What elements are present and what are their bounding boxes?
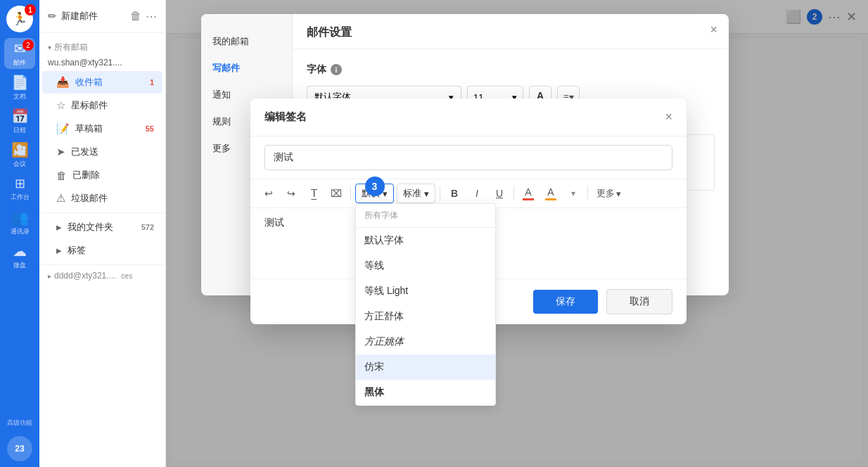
cancel-signature-button[interactable]: 取消 <box>606 289 672 314</box>
font-option-heiti[interactable]: 黑体 <box>356 380 495 405</box>
deleted-icon: 🗑 <box>56 169 67 181</box>
sidebar-calendar-label: 日程 <box>13 126 26 135</box>
sidebar-workspace-label: 工作台 <box>11 193 30 202</box>
calendar-icon: 📅 <box>11 108 29 124</box>
edit-sig-toolbar: ↩ ↪ T̲ ⌧ 3 默认 ▾ 所有字体 默认字体 等线 等线 Light 方正… <box>250 179 687 208</box>
nav-divider-2 <box>39 264 165 265</box>
icon-sidebar: 🏃 1 ✉ 邮件 2 📄 文档 📅 日程 🎦 会议 ⊞ 工作台 👥 通讯录 ☁ … <box>0 0 39 467</box>
account2-header[interactable]: ▸ dddd@xty321.... ces <box>39 268 165 283</box>
italic-button[interactable]: I <box>467 184 487 203</box>
sent-label: 已发送 <box>71 146 98 158</box>
format-text-button[interactable]: T̲ <box>304 184 324 203</box>
user-bottom-avatar[interactable]: 23 <box>7 436 32 461</box>
more-label: 更多 <box>596 187 615 200</box>
font-option-fangsong[interactable]: 仿宋 <box>356 354 495 380</box>
settings-nav-mymailbox[interactable]: 我的邮箱 <box>201 28 292 55</box>
more-btn-chevron[interactable]: ▾ <box>563 184 583 203</box>
trash-label: 垃圾邮件 <box>71 192 108 205</box>
bold-button[interactable]: B <box>445 184 464 203</box>
sidebar-item-contacts[interactable]: 👥 通讯录 <box>4 207 35 238</box>
advanced-label: 高级功能 <box>7 419 32 428</box>
settings-nav-compose[interactable]: 写邮件 <box>201 55 292 82</box>
font-color-a: A <box>525 186 531 198</box>
font-dropdown-menu: 所有字体 默认字体 等线 等线 Light 方正舒体 方正姚体 仿宋 黑体 <box>355 203 496 406</box>
yellow-underline <box>545 198 556 200</box>
drafts-count: 55 <box>146 124 154 133</box>
clear-format-button[interactable]: ⌧ <box>326 184 346 203</box>
chevron-down-icon: ▾ <box>48 44 51 51</box>
all-mailbox-label: 所有邮箱 <box>54 41 88 53</box>
trash-icon: ⚠ <box>56 192 65 205</box>
sidebar-item-calendar[interactable]: 📅 日程 <box>4 105 35 136</box>
font-option-dengxian-light[interactable]: 等线 Light <box>356 279 495 304</box>
trash-item[interactable]: ⚠ 垃圾邮件 <box>42 187 162 210</box>
sidebar-item-doc[interactable]: 📄 文档 <box>4 72 35 103</box>
chevron-down-icon-2: ▸ <box>48 272 51 280</box>
signature-content-text: 测试 <box>264 217 284 228</box>
my-folders-item[interactable]: ▸ 我的文件夹 572 <box>42 216 162 238</box>
starred-item[interactable]: ☆ 星标邮件 <box>42 94 162 117</box>
meeting-icon: 🎦 <box>11 141 29 158</box>
sidebar-item-cloud[interactable]: ☁ 微盘 <box>4 241 35 271</box>
mailbox-section: ▾ 所有邮箱 wu.shan@xty321.... 📥 收件箱 1 ☆ 星标邮件… <box>39 33 165 289</box>
tags-label: 标签 <box>68 244 86 257</box>
undo-button[interactable]: ↩ <box>259 184 279 203</box>
sidebar-doc-label: 文档 <box>13 92 26 101</box>
font-color-button[interactable]: A <box>518 184 538 203</box>
font-dropdown-header: 所有字体 <box>356 204 495 228</box>
font-dropdown-wrapper: 3 默认 ▾ 所有字体 默认字体 等线 等线 Light 方正舒体 方正姚体 仿… <box>355 184 394 203</box>
edit-sig-close-button[interactable]: × <box>665 110 672 124</box>
inbox-count: 1 <box>150 78 154 87</box>
red-underline <box>523 198 534 200</box>
avatar-badge: 1 <box>25 4 36 15</box>
edit-signature-modal: 编辑签名 × ↩ ↪ T̲ ⌧ 3 默认 ▾ 所有字体 默认字体 等线 <box>250 98 687 324</box>
font-title-text: 字体 <box>307 63 326 76</box>
inbox-item[interactable]: 📥 收件箱 1 <box>42 71 162 94</box>
edit-sig-header: 编辑签名 × <box>250 98 687 136</box>
style-chevron: ▾ <box>424 188 429 199</box>
highlight-button[interactable]: A <box>541 184 561 203</box>
tags-item[interactable]: ▸ 标签 <box>42 239 162 262</box>
more-options-button[interactable]: 更多 ▾ <box>592 184 625 203</box>
new-mail-button[interactable]: ✏ 新建邮件 <box>48 7 98 25</box>
save-signature-button[interactable]: 保存 <box>533 290 598 314</box>
doc-icon: 📄 <box>11 74 29 91</box>
edit-sig-title: 编辑签名 <box>264 110 307 124</box>
sidebar-contacts-label: 通讯录 <box>11 227 30 236</box>
all-mailbox-header[interactable]: ▾ 所有邮箱 <box>39 39 165 56</box>
font-option-fangsong-shu[interactable]: 方正舒体 <box>356 304 495 329</box>
font-color-indicator-2: A <box>523 186 534 200</box>
delete-icon[interactable]: 🗑 <box>130 10 141 23</box>
style-dropdown-button[interactable]: 标准 ▾ <box>397 184 435 203</box>
my-folders-label: 我的文件夹 <box>68 221 113 234</box>
deleted-item[interactable]: 🗑 已删除 <box>42 164 162 186</box>
inbox-icon: 📥 <box>56 76 70 89</box>
toolbar-divider-3 <box>513 186 514 200</box>
account2-label: dddd@xty321.... <box>54 271 116 281</box>
avatar[interactable]: 🏃 1 <box>6 6 33 32</box>
nav-sidebar: ✏ 新建邮件 🗑 ⋯ ▾ 所有邮箱 wu.shan@xty321.... 📥 收… <box>39 0 166 467</box>
step-3-badge: 3 <box>365 177 385 196</box>
signature-name-input[interactable] <box>264 145 672 170</box>
underline-button[interactable]: U <box>490 184 509 203</box>
sidebar-item-meeting[interactable]: 🎦 会议 <box>4 139 35 170</box>
mail-settings-title: 邮件设置 <box>293 14 729 49</box>
drafts-item[interactable]: 📝 草稿箱 55 <box>42 117 162 140</box>
sidebar-item-workspace[interactable]: ⊞ 工作台 <box>4 173 35 204</box>
advanced-features-item[interactable]: 高级功能 <box>4 416 35 430</box>
sent-item[interactable]: ➤ 已发送 <box>42 141 162 163</box>
nav-more-icon[interactable]: ⋯ <box>146 10 157 23</box>
font-option-dengxian[interactable]: 等线 <box>356 253 495 279</box>
cloud-icon: ☁ <box>13 243 27 260</box>
toolbar-divider-1 <box>350 186 351 200</box>
my-folders-count: 572 <box>141 223 154 231</box>
font-option-default[interactable]: 默认字体 <box>356 228 495 253</box>
redo-button[interactable]: ↪ <box>281 184 301 203</box>
info-icon: i <box>331 64 342 75</box>
new-mail-label: 新建邮件 <box>61 10 98 23</box>
sidebar-item-mail[interactable]: ✉ 邮件 2 <box>4 38 35 69</box>
toolbar-divider-4 <box>587 186 588 200</box>
mail-settings-close-button[interactable]: × <box>710 23 717 37</box>
highlight-a: A <box>547 186 554 198</box>
font-option-fangsong-ti[interactable]: 方正姚体 <box>356 329 495 354</box>
